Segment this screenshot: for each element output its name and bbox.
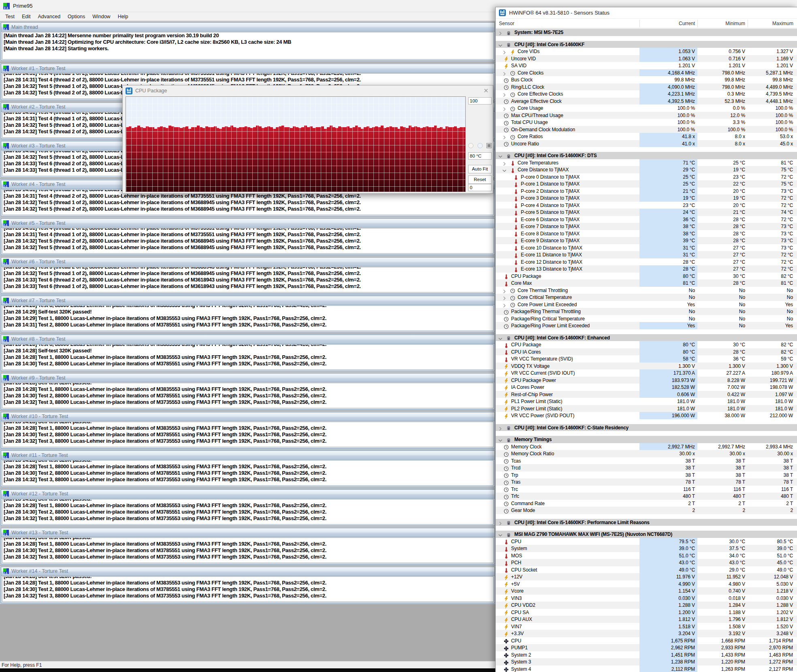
sensor-row[interactable]: Core Thermal ThrottlingNoNoNo [496, 287, 797, 294]
sensor-row[interactable]: P-core 0 Distance to TjMAX25 °C23 °C72 °… [496, 173, 797, 181]
sensor-row[interactable]: Package/Ring Critical TemperatureNoNoNo [496, 315, 797, 322]
worker-log[interactable]: [Jan 28 14:31] Test 4 (thread 2 of 2), 8… [2, 228, 494, 254]
graph-titlebar[interactable]: CPU Package ✕ [123, 85, 493, 96]
column-current[interactable]: Current [639, 21, 697, 26]
sensor-row[interactable]: CPU79.5 °C30.0 °C80.5 °C [496, 538, 797, 545]
sensor-row[interactable]: +5V4.990 V4.980 V5.030 V [496, 580, 797, 588]
sensor-row[interactable]: System39.0 °C37.5 °C39.0 °C [496, 545, 797, 552]
sensor-row[interactable]: SA VID1.201 V1.201 V1.201 V [496, 62, 797, 69]
sensor-row[interactable]: Command Rate2 T2 T2 T [496, 500, 797, 507]
sensor-row[interactable]: VR VCC Power (SVID POUT)196.000 W38.000 … [496, 412, 797, 419]
section-header[interactable]: CPU [#0]: Intel Core i5-14600KF: Perform… [496, 519, 797, 526]
sensor-row[interactable]: Package/Ring Power Limit ExceededYesNoYe… [496, 322, 797, 329]
child-window-titlebar[interactable]: Worker #14 - Torture Test [1, 567, 494, 576]
worker-log[interactable]: [Jan 28 14:28] Self-test 320K passed![Ja… [2, 499, 494, 525]
sensor-row[interactable]: P-core 5 Distance to TjMAX24 °C21 °C74 °… [496, 209, 797, 216]
chevron-down-icon[interactable] [498, 153, 503, 158]
sensor-row[interactable]: Uncore VID1.063 V0.716 V1.169 V [496, 55, 797, 62]
chevron-down-icon[interactable] [498, 335, 503, 340]
child-window-titlebar[interactable]: Worker #12 - Torture Test [1, 490, 494, 499]
section-header[interactable]: Memory Timings [496, 436, 797, 443]
scale-max-input[interactable]: 100 [468, 97, 492, 105]
sensor-row[interactable]: Rest-of-Chip Power0.606 W0.422 W1.097 W [496, 391, 797, 398]
hwinfo-titlebar[interactable]: HWiNFO® 64 v8.31-5810 - Sensors Status [496, 7, 797, 19]
sensor-row[interactable]: P-core 1 Distance to TjMAX25 °C22 °C75 °… [496, 180, 797, 188]
sensor-row[interactable]: IA Cores Power182.528 W7.002 W198.078 W [496, 384, 797, 391]
worker-log[interactable]: [Jan 28 14:28] Self-test 320K passed![Ja… [2, 383, 494, 408]
sensor-row[interactable]: CPU Package80 °C30 °C82 °C [496, 273, 797, 280]
sensor-row[interactable]: Core Max81 °C28 °C81 °C [496, 279, 797, 287]
chevron-right-icon[interactable] [502, 160, 507, 165]
sensor-row[interactable]: Trp38 T38 T38 T [496, 471, 797, 479]
chevron-right-icon[interactable] [498, 520, 503, 525]
column-sensor[interactable]: Sensor [499, 21, 514, 26]
sensor-row[interactable]: CPU VDD21.288 V1.284 V1.288 V [496, 602, 797, 609]
sensor-row[interactable]: PL1 Power Limit (Static)181.0 W181.0 W18… [496, 398, 797, 405]
sensor-row[interactable]: Core Effective Clocks4,223.1 MHz0.3 MHz4… [496, 90, 797, 98]
sensor-row[interactable]: Trcd38 T38 T38 T [496, 464, 797, 471]
section-header[interactable]: CPU [#0]: Intel Core i5-14600KF: C-State… [496, 424, 797, 431]
child-window-titlebar[interactable]: Worker #10 - Torture Test [1, 412, 494, 421]
sensor-row[interactable]: Memory Clock Ratio30.00 x30.00 x30.00 x [496, 450, 797, 457]
worker-log[interactable]: [Jan 28 14:26] Test 8, 88000 Lucas-Lehme… [2, 305, 494, 331]
chevron-down-icon[interactable] [498, 42, 503, 47]
menu-item-help[interactable]: Help [114, 13, 132, 20]
sensor-row[interactable]: Core VIDs1.053 V0.756 V1.327 V [496, 48, 797, 55]
child-window-titlebar[interactable]: Worker #13 - Torture Test [1, 528, 494, 537]
sensor-row[interactable]: VIN30.030 V0.018 V0.030 V [496, 595, 797, 602]
chevron-down-icon[interactable] [498, 532, 503, 536]
sensor-row[interactable]: +3.3V3.204 V3.192 V3.248 V [496, 630, 797, 637]
sensor-row[interactable]: E-core 11 Distance to TjMAX31 °C27 °C72 … [496, 251, 797, 258]
worker-log[interactable]: [Jan 28 14:28] Self-test 320K passed![Ja… [2, 576, 494, 602]
sensor-row[interactable]: VIN71.518 V1.508 V1.520 V [496, 623, 797, 630]
child-window-titlebar[interactable]: Worker #5 - Torture Test [1, 219, 494, 228]
worker-log[interactable]: [Jan 28 14:28] Self-test 320K passed![Ja… [2, 422, 494, 447]
child-window-titlebar[interactable]: Worker #7 - Torture Test [1, 296, 494, 305]
reset-button[interactable]: Reset [468, 175, 492, 184]
sensor-row[interactable]: E-core 13 Distance to TjMAX28 °C27 °C72 … [496, 265, 797, 273]
worker-log[interactable]: [Jan 28 14:32] Test 5 (thread 2 of 2), 8… [2, 267, 494, 292]
auto-fit-button[interactable]: Auto Fit [468, 165, 492, 173]
current-value-field[interactable]: 80 °C [468, 152, 492, 160]
sensor-row[interactable]: Bus Clock99.8 MHz99.8 MHz99.8 MHz [496, 76, 797, 83]
section-header[interactable]: CPU [#0]: Intel Core i5-14600KF: DTS [496, 152, 797, 159]
sensor-row[interactable]: Gear Mode222 [496, 507, 797, 514]
sensor-row[interactable]: E-core 6 Distance to TjMAX36 °C28 °C72 °… [496, 216, 797, 223]
child-window-titlebar[interactable]: Worker #1 - Torture Test [1, 64, 494, 73]
sensor-row[interactable]: System 21,451 RPM1,433 RPM1,463 RPM [496, 651, 797, 659]
sensor-row[interactable]: Core Distance to TjMAX29 °C19 °C75 °C [496, 166, 797, 173]
sensor-row[interactable]: E-core 8 Distance to TjMAX38 °C28 °C73 °… [496, 230, 797, 237]
sensor-row[interactable]: Trc116 T116 T116 T [496, 486, 797, 493]
child-window-titlebar[interactable]: Worker #6 - Torture Test [1, 258, 494, 267]
sensor-row[interactable]: E-core 12 Distance to TjMAX28 °C27 °C72 … [496, 258, 797, 266]
sensor-row[interactable]: System 31,238 RPM1,220 RPM1,272 RPM [496, 658, 797, 666]
chevron-right-icon[interactable] [502, 49, 507, 53]
chevron-right-icon[interactable] [502, 70, 507, 75]
sensor-row[interactable]: PUMP12,962 RPM2,933 RPM2,970 RPM [496, 644, 797, 651]
child-window-titlebar[interactable]: Worker #11 - Torture Test [1, 451, 494, 460]
chevron-down-icon[interactable] [498, 437, 503, 442]
close-icon[interactable]: ✕ [482, 87, 490, 94]
sensor-row[interactable]: Ring/LLC Clock4,090.0 MHz798.0 MHz4,489.… [496, 83, 797, 91]
sensor-row[interactable]: VR VCC Current (SVID IOUT)171.370 A27.22… [496, 369, 797, 377]
sensor-row[interactable]: +12V11.976 V11.952 V12.048 V [496, 573, 797, 580]
worker-log[interactable]: [Jan 28 14:28] Self-test 320K passed![Ja… [2, 538, 494, 563]
menu-item-test[interactable]: Test [2, 13, 18, 20]
sensor-row[interactable]: E-core 10 Distance to TjMAX31 °C27 °C73 … [496, 244, 797, 252]
worker-log[interactable]: [Jan 28 14:26] Test 8, 88000 Lucas-Lehme… [2, 344, 494, 370]
child-window-titlebar[interactable]: Worker #9 - Torture Test [1, 373, 494, 382]
chevron-right-icon[interactable] [502, 134, 507, 139]
sensor-row[interactable]: VR VCC Temperature (SVID)58 °C36 °C59 °C [496, 355, 797, 363]
sensor-row[interactable]: Memory Clock2,992.7 MHz2,992.7 MHz2,993.… [496, 443, 797, 450]
chevron-right-icon[interactable] [502, 288, 507, 292]
background-color-swatch[interactable] [468, 143, 473, 148]
sensor-row[interactable]: CPU AUX1.812 V1.796 V1.812 V [496, 616, 797, 623]
chevron-right-icon[interactable] [502, 295, 507, 299]
sensor-row[interactable]: Package/Ring Thermal ThrottlingNoNoNo [496, 308, 797, 315]
chevron-right-icon[interactable] [498, 425, 503, 430]
sensor-row[interactable]: Core Usage100.0 %0.0 %100.0 % [496, 105, 797, 112]
chevron-right-icon[interactable] [502, 302, 507, 307]
scale-min-input[interactable]: 0 [468, 184, 492, 191]
chevron-down-icon[interactable] [502, 167, 507, 172]
sensor-row[interactable]: Total CPU Usage100.0 %3.3 %100.0 % [496, 119, 797, 126]
